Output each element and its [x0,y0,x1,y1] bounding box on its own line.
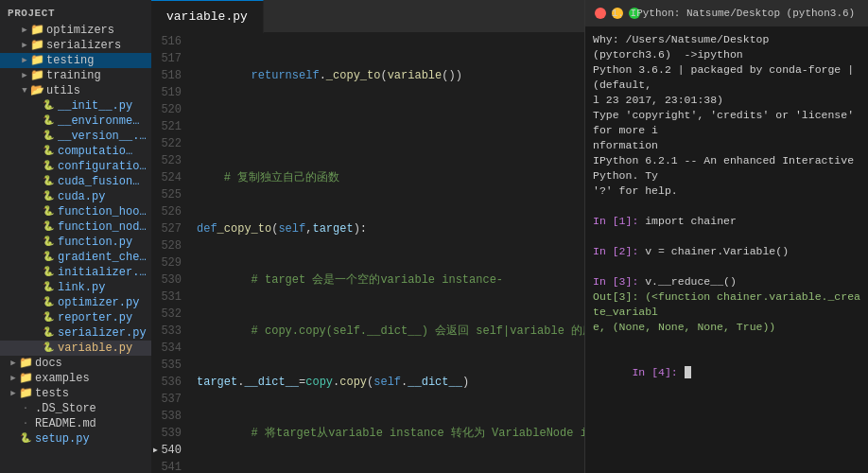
sidebar-item-docs[interactable]: ▶ 📁 docs [0,356,151,371]
tab-bar: variable.py [151,0,584,33]
sidebar-item-function[interactable]: 🐍 function.py [0,235,151,250]
terminal-line: In [3]: v.__reduce__() [593,274,860,289]
line-number: 533 [155,323,182,340]
sidebar-item-label: configuratio… [58,160,147,173]
line-number: 538 [155,408,182,425]
code-line: return self._copy_to(variable()) [197,67,584,84]
sidebar-item-serializers[interactable]: ▶ 📁 serializers [0,38,151,53]
sidebar-item-configuration[interactable]: 🐍 configuratio… [0,159,151,174]
sidebar-item-testing[interactable]: ▶ 📁 testing [0,53,151,68]
sidebar-item-setup[interactable]: 🐍 setup.py [0,431,151,447]
spacer [30,191,42,202]
sidebar-item-label: __environme… [58,114,139,128]
sidebar-item-label: utils [46,84,80,97]
sidebar-item-training[interactable]: ▶ 📁 training [0,68,151,83]
sidebar-item-label: README.md [35,417,96,430]
terminal-line: Python 3.6.2 | packaged by conda-forge |… [593,62,860,93]
sidebar-item-label: initializer.py [58,266,151,279]
spacer [30,267,42,278]
line-number: 535 [155,357,182,374]
sidebar-item-label: reporter.py [58,311,132,324]
terminal-input-line[interactable]: In [4]: [593,350,860,395]
sidebar-item-gradient[interactable]: 🐍 gradient_che… [0,250,151,265]
terminal-line: (pytorch3.6) ->ipython [593,47,860,62]
folder-icon: 📁 [30,24,43,37]
sidebar-item-variable[interactable]: 🐍 variable.py [0,341,151,356]
folder-icon: 📁 [30,39,43,52]
file-icon: 🐍 [42,99,55,113]
sidebar-item-label: variable.py [58,342,132,355]
terminal-line: Why: /Users/Natsume/Desktop [593,32,860,47]
spacer [8,433,19,445]
sidebar-item-utils[interactable]: ▼ 📂 utils [0,83,151,98]
sidebar-item-environment[interactable]: 🐍 __environme… [0,114,151,129]
spacer [30,176,42,187]
chevron-icon: ▶ [8,373,19,384]
sidebar-item-ds-store[interactable]: · .DS_Store [0,401,151,416]
sidebar-item-optimizers[interactable]: ▶ 📁 optimizers [0,23,151,38]
line-number: 523 [155,152,182,169]
line-number: 539 [155,425,182,442]
sidebar-item-link[interactable]: 🐍 link.py [0,280,151,295]
sidebar-item-label: .DS_Store [35,402,96,415]
sidebar-item-function-node[interactable]: 🐍 function_nod… [0,219,151,235]
sidebar-item-serializer[interactable]: 🐍 serializer.py [0,325,151,341]
folder-icon: 📁 [30,69,43,82]
code-line: # copy.copy(self.__dict__) 会返回 self|vari… [197,323,584,340]
terminal-prompt: In [3]: [593,275,638,288]
chevron-icon: ▶ [19,55,30,66]
folder-icon: 📁 [19,387,32,400]
sidebar-item-examples[interactable]: ▶ 📁 examples [0,371,151,386]
line-number: 524 [155,169,182,186]
editor-tab-variable[interactable]: variable.py [151,0,264,33]
terminal-line: In [1]: import chainer [593,214,860,229]
terminal-content[interactable]: Why: /Users/Natsume/Desktop (pytorch3.6)… [585,26,868,473]
sidebar-item-label: computatio… [58,145,132,158]
sidebar-item-optimizer[interactable]: 🐍 optimizer.py [0,295,151,310]
line-number: 518 [155,67,182,84]
file-icon: 🐍 [42,311,55,324]
line-number: 532 [155,306,182,323]
sidebar-item-initializer[interactable]: 🐍 initializer.py [0,265,151,280]
sidebar-item-reporter[interactable]: 🐍 reporter.py [0,310,151,325]
terminal-prompt: In [2]: [593,245,638,257]
sidebar-item-init[interactable]: 🐍 __init__.py [0,98,151,114]
file-icon: 🐍 [42,281,55,294]
sidebar-item-label: cuda_fusion… [58,175,139,188]
line-number: 537 [155,391,182,408]
terminal-titlebar: 1. IPython: Natsume/Desktop (python3.6) [585,0,868,26]
line-number: 516 [155,33,182,50]
spacer [30,206,42,218]
chevron-icon: ▶ [8,358,19,369]
sidebar-item-label: docs [35,357,62,370]
terminal-line [593,199,860,214]
file-icon: 🐍 [42,130,55,143]
sidebar-item-label: tests [35,387,69,400]
file-icon: 🐍 [42,326,55,340]
sidebar-item-label: testing [46,54,94,67]
sidebar-item-readme[interactable]: · README.md [0,416,151,431]
sidebar-item-tests[interactable]: ▶ 📁 tests [0,386,151,401]
file-icon: · [19,402,32,415]
spacer [30,146,42,157]
sidebar-item-cuda[interactable]: 🐍 cuda.py [0,189,151,204]
chevron-icon: ▶ [19,70,30,81]
sidebar-item-label: __init__.py [58,99,132,113]
file-icon: 🐍 [42,266,55,279]
spacer [30,115,42,127]
sidebar-item-version[interactable]: 🐍 __version__.py [0,129,151,144]
sidebar-item-function-hook[interactable]: 🐍 function_hoo… [0,204,151,219]
file-icon: 🐍 [42,220,55,234]
code-line: target.__dict__ = copy.copy(self.__dict_… [197,374,584,391]
code-container[interactable]: 516 517 518 519 520 521 522 523 524 525 … [151,33,584,473]
line-number: 527 [155,220,182,237]
code-line [197,118,584,135]
code-content[interactable]: return self._copy_to(variable()) # 复制独立自… [189,33,584,473]
close-button[interactable] [595,8,606,19]
sidebar-item-computation[interactable]: 🐍 computatio… [0,144,151,159]
terminal-command: v.__reduce__() [645,275,737,288]
file-icon: 🐍 [42,296,55,309]
sidebar-item-cuda-fusion[interactable]: 🐍 cuda_fusion… [0,174,151,189]
line-number: 530 [155,272,182,289]
file-icon: 🐍 [42,114,55,128]
